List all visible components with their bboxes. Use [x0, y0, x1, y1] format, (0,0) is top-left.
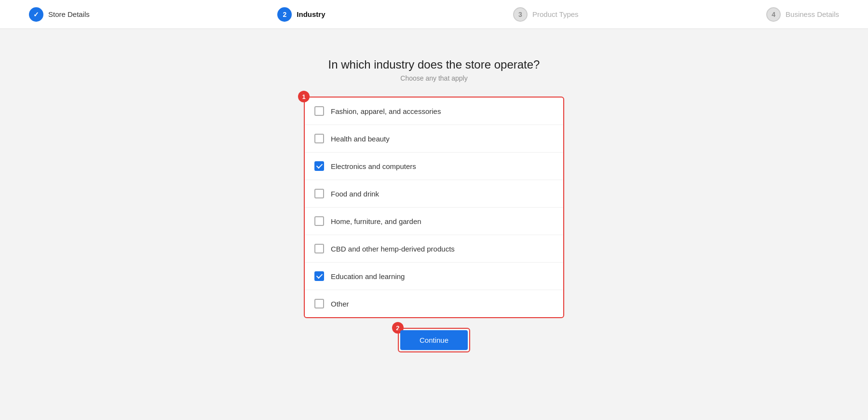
- page-subtitle: Choose any that apply: [400, 74, 467, 82]
- item-label-cbd: CBD and other hemp-derived products: [331, 245, 455, 253]
- checklist-item-cbd[interactable]: CBD and other hemp-derived products: [305, 235, 563, 263]
- checkbox-other[interactable]: [314, 299, 324, 308]
- item-label-health: Health and beauty: [331, 135, 390, 143]
- stepper: ✓ Store Details 2 Industry 3 Product Typ…: [0, 0, 868, 29]
- step-label-industry: Industry: [297, 10, 325, 18]
- checklist-item-fashion[interactable]: Fashion, apparel, and accessories: [305, 98, 563, 125]
- step-circle-store-details: ✓: [29, 7, 43, 22]
- annotation-badge-1: 1: [298, 91, 310, 102]
- checkbox-electronics[interactable]: [314, 161, 324, 171]
- continue-wrapper: 2 Continue: [398, 328, 470, 352]
- item-label-education: Education and learning: [331, 272, 405, 280]
- checklist-item-health[interactable]: Health and beauty: [305, 125, 563, 153]
- checklist-item-electronics[interactable]: Electronics and computers: [305, 153, 563, 180]
- checklist-item-education[interactable]: Education and learning: [305, 263, 563, 290]
- step-business-details: 4 Business Details: [766, 7, 839, 22]
- step-circle-business-details: 4: [766, 7, 781, 22]
- checklist: Fashion, apparel, and accessoriesHealth …: [304, 97, 564, 318]
- step-store-details: ✓ Store Details: [29, 7, 90, 22]
- continue-button[interactable]: Continue: [400, 330, 468, 350]
- step-label-business-details: Business Details: [786, 10, 839, 18]
- checklist-item-food[interactable]: Food and drink: [305, 180, 563, 208]
- main-content: In which industry does the store operate…: [0, 29, 868, 352]
- checkbox-fashion[interactable]: [314, 106, 324, 116]
- item-label-fashion: Fashion, apparel, and accessories: [331, 107, 441, 115]
- checkbox-food[interactable]: [314, 189, 324, 198]
- checkbox-cbd[interactable]: [314, 244, 324, 253]
- checkbox-home[interactable]: [314, 216, 324, 226]
- item-label-electronics: Electronics and computers: [331, 162, 416, 170]
- continue-button-outer: Continue: [398, 328, 470, 352]
- step-product-types: 3 Product Types: [513, 7, 579, 22]
- step-label-product-types: Product Types: [532, 10, 579, 18]
- checkbox-health[interactable]: [314, 134, 324, 143]
- item-label-home: Home, furniture, and garden: [331, 217, 421, 225]
- checkbox-education[interactable]: [314, 271, 324, 281]
- checklist-wrapper: 1 Fashion, apparel, and accessoriesHealt…: [304, 97, 564, 318]
- checklist-item-home[interactable]: Home, furniture, and garden: [305, 208, 563, 235]
- step-industry: 2 Industry: [277, 7, 325, 22]
- item-label-food: Food and drink: [331, 190, 379, 198]
- checklist-item-other[interactable]: Other: [305, 290, 563, 317]
- item-label-other: Other: [331, 300, 349, 308]
- step-label-store-details: Store Details: [48, 10, 90, 18]
- page-title: In which industry does the store operate…: [328, 58, 540, 71]
- step-circle-product-types: 3: [513, 7, 528, 22]
- step-circle-industry: 2: [277, 7, 292, 22]
